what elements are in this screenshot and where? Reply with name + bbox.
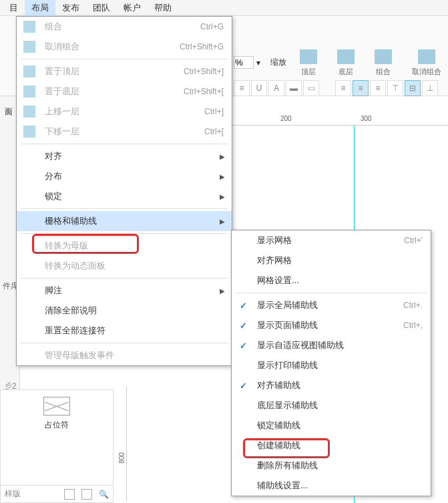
menubar-item-account[interactable]: 帐户 [117, 0, 148, 16]
menu-item-label: 对齐 [45, 150, 224, 162]
submenu-item[interactable]: 显示网格Ctrl+' [232, 230, 431, 250]
tool-group[interactable]: 组合 [375, 49, 392, 77]
menu-item-label: 重置全部连接符 [45, 325, 224, 337]
add-page-icon[interactable] [64, 489, 75, 500]
menu-item[interactable]: 清除全部说明 [17, 301, 232, 321]
menu-item-shortcut: Ctrl+G [200, 22, 224, 31]
submenu-item-label: 对齐辅助线 [257, 379, 423, 391]
fmt-btn[interactable]: U [251, 80, 267, 96]
align-middle-icon[interactable]: ⊟ [405, 80, 421, 96]
submenu-item[interactable]: 创建辅助线 [232, 436, 431, 456]
align-top-icon[interactable]: ⊤ [387, 80, 403, 96]
menu-item-label: 置于底层 [45, 86, 184, 98]
menu-item: 置于顶层Ctrl+Shift+] [17, 61, 232, 81]
menu-item-label: 栅格和辅助线 [45, 215, 224, 227]
align-center-icon[interactable]: ≡ [353, 80, 369, 96]
menu-item: 组合Ctrl+G [17, 17, 232, 37]
submenu-item[interactable]: ✓对齐辅助线 [232, 375, 431, 395]
submenu-item[interactable]: ✓显示全局辅助线Ctrl+. [232, 295, 431, 315]
tool-label: 取消组合 [412, 67, 441, 77]
library-footer: 样版 🔍 [1, 485, 113, 502]
add-folder-icon[interactable] [81, 489, 92, 500]
submenu-item-label: 显示全局辅助线 [257, 299, 403, 311]
menu-item-icon [23, 21, 35, 33]
ruler-tick: 300 [361, 115, 372, 122]
tool-send-back[interactable]: 底层 [337, 49, 355, 77]
menu-item[interactable]: 对齐▶ [17, 146, 232, 166]
menubar-item-team[interactable]: 团队 [86, 0, 117, 16]
menu-item-icon [23, 41, 35, 53]
menu-item: 上移一层Ctrl+] [17, 102, 232, 122]
format-bar: ≡ U A ▬ ▭ ≡ ≡ ≡ ⊤ ⊟ ⊥ [234, 80, 438, 96]
menu-item: 置于底层Ctrl+Shift+[ [17, 81, 232, 102]
menu-item[interactable]: 栅格和辅助线▶ [17, 211, 232, 231]
menu-item[interactable]: 脚注▶ [17, 281, 232, 301]
submenu-item-label: 显示页面辅助线 [257, 319, 403, 331]
fmt-btn[interactable]: ▭ [303, 80, 319, 96]
fmt-btn[interactable]: A [268, 80, 284, 96]
menubar-item-help[interactable]: 帮助 [148, 0, 178, 16]
menu-item-label: 组合 [45, 21, 200, 33]
align-right-icon[interactable]: ≡ [370, 80, 386, 96]
zoom-control[interactable]: ▾ 缩放 [234, 56, 286, 69]
ruler-tick: 800 [118, 452, 126, 464]
submenu-item-label: 锁定辅助线 [257, 420, 423, 432]
submenu-item[interactable]: 显示打印辅助线 [232, 355, 431, 375]
menu-item-label: 置于顶层 [45, 65, 184, 77]
menu-item-label: 脚注 [45, 285, 224, 297]
library-placeholder-widget[interactable]: 占位符 [1, 390, 113, 438]
grid-guides-submenu: 显示网格Ctrl+'对齐网格网格设置...✓显示全局辅助线Ctrl+.✓显示页面… [231, 230, 431, 496]
tool-bring-front[interactable]: 顶层 [300, 49, 317, 77]
layout-menu: 组合Ctrl+G取消组合Ctrl+Shift+G置于顶层Ctrl+Shift+]… [16, 16, 232, 366]
menu-item[interactable]: 分布▶ [17, 166, 232, 186]
submenu-item[interactable]: 网格设置... [232, 271, 431, 291]
submenu-arrow-icon: ▶ [220, 173, 225, 180]
submenu-item-label: 显示自适应视图辅助线 [257, 339, 423, 351]
menu-item-icon [23, 126, 35, 138]
menubar-item-layout[interactable]: 布局 [25, 0, 55, 16]
check-icon: ✓ [240, 381, 247, 391]
submenu-item[interactable]: 底层显示辅助线 [232, 395, 431, 415]
align-left-icon[interactable]: ≡ [335, 80, 351, 96]
group-icon [375, 49, 392, 64]
submenu-item-shortcut: Ctrl+' [404, 236, 423, 245]
submenu-item[interactable]: 辅助线设置... [232, 476, 431, 496]
menu-item[interactable]: 重置全部连接符 [17, 321, 232, 341]
menu-item-label: 锁定 [45, 190, 224, 202]
submenu-item[interactable]: ✓显示页面辅助线Ctrl+, [232, 315, 431, 335]
menu-item-label: 下移一层 [45, 126, 204, 138]
menu-item: 转换为母版 [17, 236, 232, 256]
submenu-item[interactable]: ✓显示自适应视图辅助线 [232, 335, 431, 355]
fmt-btn[interactable]: ▬ [286, 80, 302, 96]
submenu-item[interactable]: 对齐网格 [232, 250, 431, 271]
submenu-item[interactable]: 删除所有辅助线 [232, 456, 431, 476]
submenu-item-label: 对齐网格 [257, 255, 423, 267]
menubar-item-0[interactable]: 目 [3, 0, 25, 16]
submenu-arrow-icon: ▶ [220, 287, 225, 295]
library-panel: 占位符 样版 🔍 [0, 389, 114, 503]
menu-item-label: 转换为母版 [45, 240, 224, 252]
menu-item-icon [23, 65, 35, 77]
menu-item-shortcut: Ctrl+Shift+] [184, 67, 224, 76]
menu-item-shortcut: Ctrl+[ [204, 127, 224, 136]
search-icon[interactable]: 🔍 [99, 490, 109, 499]
submenu-item-shortcut: Ctrl+, [403, 321, 423, 330]
submenu-item-shortcut: Ctrl+. [403, 301, 423, 310]
align-bottom-icon[interactable]: ⊥ [422, 80, 438, 96]
menu-item-label: 上移一层 [45, 106, 204, 118]
tool-ungroup[interactable]: 取消组合 [412, 49, 441, 77]
ruler-tick: 200 [280, 115, 292, 122]
menu-item[interactable]: 锁定▶ [17, 186, 232, 206]
fmt-btn[interactable]: ≡ [234, 80, 250, 96]
submenu-item[interactable]: 锁定辅助线 [232, 415, 431, 436]
tool-label: 底层 [339, 67, 353, 77]
library-footer-label: 样版 [5, 488, 21, 500]
submenu-arrow-icon: ▶ [220, 153, 225, 160]
zoom-input[interactable] [234, 56, 254, 69]
zoom-dropdown-icon[interactable]: ▾ [256, 58, 260, 67]
submenu-item-label: 删除所有辅助线 [257, 460, 423, 472]
tool-label: 顶层 [301, 67, 316, 77]
left-tab-page[interactable]: 页面 [0, 96, 17, 107]
menubar-item-publish[interactable]: 发布 [55, 0, 86, 16]
menu-item-label: 转换为动态面板 [45, 260, 224, 272]
